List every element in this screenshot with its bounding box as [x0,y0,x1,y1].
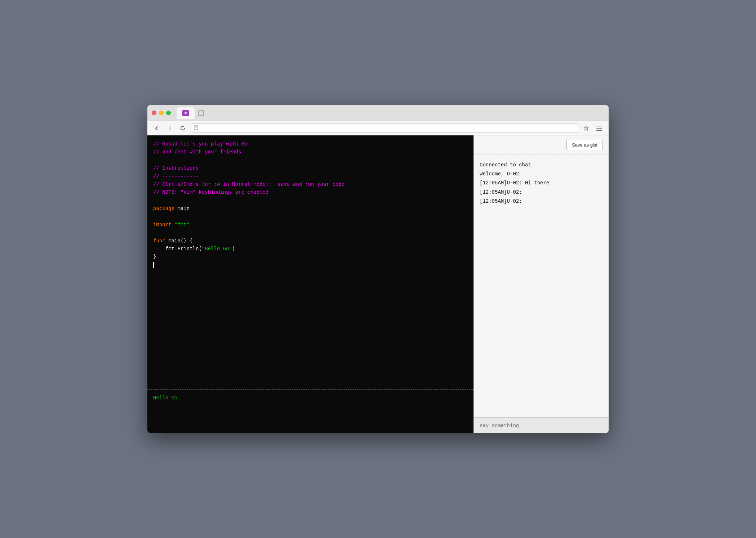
chat-message-3: [12:05AM]U-02: [480,197,603,206]
browser-window: # [147,105,609,433]
chat-input[interactable] [480,423,603,429]
func-sig: main() { [165,238,193,243]
main-content: // Gopad let's you play with Go // and c… [147,135,609,433]
chat-message-1: [12:05AM]U-02: Hi there [480,179,603,188]
import-space [172,221,174,227]
chat-message-2: [12:05AM]U-02: [480,188,603,197]
code-editor[interactable]: // Gopad let's you play with Go // and c… [147,135,473,389]
menu-button[interactable] [594,123,604,133]
forward-button[interactable] [165,123,175,133]
chat-input-area[interactable] [474,417,609,433]
comment-line-1: // Gopad let's you play with Go [153,141,247,147]
title-bar: # [147,105,609,121]
tab-hash-icon: # [182,110,189,116]
closing-brace: } [153,254,156,259]
output-text: Hello Go [153,395,177,401]
svg-rect-5 [596,126,602,126]
editor-pane[interactable]: // Gopad let's you play with Go // and c… [147,135,473,433]
output-area: Hello Go [147,390,473,433]
cursor-line [153,262,154,268]
maximize-button[interactable] [166,111,171,115]
chat-header: Save as gist [474,135,609,155]
svg-rect-7 [596,130,602,131]
comment-line-6: // Ctrl-s/Cmd-s (or :w in Normal mode): … [153,181,344,187]
comment-line-4: // Instructions [153,165,199,171]
import-keyword: import [153,221,172,227]
svg-rect-6 [596,128,602,129]
package-keyword: package [153,205,174,211]
new-tab-button[interactable] [196,108,206,118]
comment-line-5: // ------------ [153,173,199,179]
svg-rect-0 [199,111,204,116]
comment-line-2: // and chat with your friends [153,149,241,154]
traffic-lights [152,111,171,115]
svg-rect-1 [194,125,198,130]
chat-pane: Save as gist Connected to chat Welcome, … [473,135,609,433]
chat-messages: Connected to chat Welcome, U-02 [12:05AM… [474,155,609,417]
svg-marker-4 [584,126,588,130]
close-button[interactable] [152,111,156,115]
comment-line-7: // NOTE: "Vim" keybindings are enabled [153,189,268,195]
active-tab[interactable]: # [177,107,195,119]
string-literal: "Hello Go" [202,246,232,251]
tab-area: # [177,107,604,119]
package-name: main [174,205,190,211]
minimize-button[interactable] [159,111,164,115]
save-gist-button[interactable]: Save as gist [566,140,603,150]
reload-button[interactable] [178,123,188,133]
func-keyword: func [153,238,165,243]
nav-bar [147,121,609,135]
back-button[interactable] [152,123,162,133]
connected-message: Connected to chat [480,161,603,170]
import-path: "fmt" [174,221,190,227]
bookmark-button[interactable] [581,123,591,133]
address-bar[interactable] [191,124,578,133]
welcome-message: Welcome, U-02 [480,170,603,179]
func-body: fmt.Println("Hello Go") [153,246,235,251]
page-icon [194,125,198,131]
